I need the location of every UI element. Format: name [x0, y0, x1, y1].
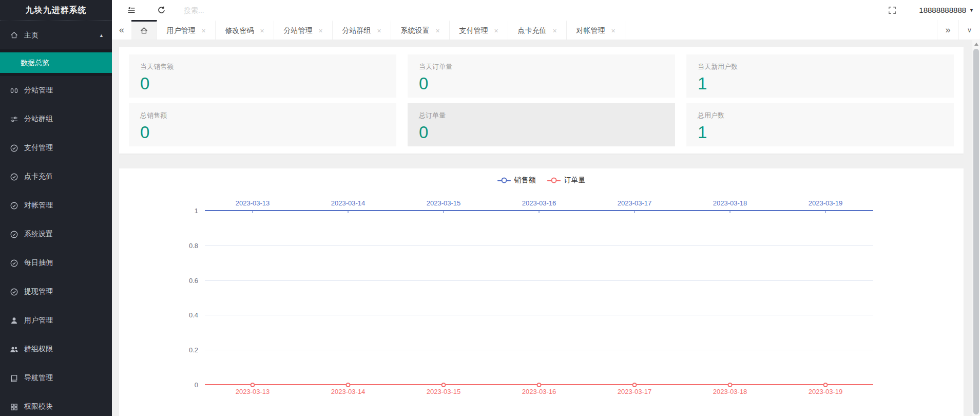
sales-orders-chart: 销售额订单量 00.20.40.60.812023-03-132023-03-1…: [119, 168, 964, 416]
x-axis-top-label: 2023-03-19: [809, 199, 843, 207]
refresh-icon[interactable]: [156, 5, 166, 15]
sidebar-item-daily-commission[interactable]: 每日抽佣: [0, 249, 112, 277]
user-phone: 18888888888: [919, 6, 966, 14]
content-area: 当天销售额 0 当天订单量 0 当天新用户数 1 总销售额 0 总订单量 0: [112, 40, 980, 416]
stat-card-today-new-users: 当天新用户数 1: [686, 54, 954, 98]
sidebar-item-substation-management[interactable]: 分站管理: [0, 76, 112, 105]
tab-payment-management[interactable]: 支付管理×: [450, 20, 508, 40]
chart-gridline: [205, 350, 873, 350]
data-point: [346, 383, 351, 387]
data-point: [441, 383, 446, 387]
sidebar-item-label: 主页: [24, 31, 39, 40]
close-icon[interactable]: ×: [377, 27, 381, 34]
data-point: [823, 383, 828, 387]
search-input[interactable]: [183, 6, 298, 15]
x-axis-tick: [253, 211, 253, 213]
tab-card-recharge[interactable]: 点卡充值×: [508, 20, 567, 40]
sidebar-item-substation-groups[interactable]: 分站群组: [0, 105, 112, 134]
fullscreen-icon[interactable]: [887, 5, 897, 15]
close-icon[interactable]: ×: [260, 27, 264, 34]
legend-label: 订单量: [564, 176, 586, 185]
stat-card-total-sales: 总销售额 0: [129, 103, 396, 146]
shield-check-icon: [9, 172, 18, 181]
sidebar-item-system-settings[interactable]: 系统设置: [0, 220, 112, 249]
y-axis-tick-label: 0.6: [189, 276, 198, 284]
x-axis-top-label: 2023-03-15: [427, 199, 461, 207]
x-axis-tick: [635, 211, 635, 213]
home-icon: [140, 26, 148, 35]
user-icon: [9, 316, 18, 325]
x-axis-tick: [348, 211, 349, 213]
users-icon: [9, 345, 18, 354]
user-menu[interactable]: 18888888888 ▼: [919, 6, 974, 14]
tab-system-settings[interactable]: 系统设置×: [391, 20, 450, 40]
x-axis-bottom-label: 2023-03-16: [522, 388, 556, 395]
chart-plot: 00.20.40.60.812023-03-132023-03-132023-0…: [205, 211, 873, 385]
sidebar-item-home[interactable]: 主页 ▲: [0, 21, 112, 49]
stats-panel: 当天销售额 0 当天订单量 0 当天新用户数 1 总销售额 0 总订单量 0: [119, 47, 964, 154]
sidebar-item-user-management[interactable]: 用户管理: [0, 306, 112, 335]
stat-card-today-orders: 当天订单量 0: [408, 54, 675, 98]
x-axis-top-label: 2023-03-18: [713, 199, 747, 207]
grid-icon: [9, 402, 18, 411]
tabs-scroll-right-icon[interactable]: »: [937, 20, 958, 40]
close-icon[interactable]: ×: [494, 27, 498, 34]
sidebar-item-reconciliation[interactable]: 对帐管理: [0, 191, 112, 220]
caret-down-icon: ▼: [969, 8, 974, 13]
sidebar-item-card-recharge[interactable]: 点卡充值: [0, 162, 112, 191]
y-axis-tick-label: 0.8: [189, 241, 198, 249]
tab-reconciliation[interactable]: 对帐管理×: [567, 20, 625, 40]
tab-home[interactable]: [131, 20, 157, 40]
sidebar-item-withdrawal-management[interactable]: 提现管理: [0, 277, 112, 306]
collapse-sidebar-icon[interactable]: [126, 5, 137, 15]
home-icon: [9, 31, 18, 40]
tab-change-password[interactable]: 修改密码×: [216, 20, 274, 40]
close-icon[interactable]: ×: [435, 27, 439, 34]
x-axis-tick: [444, 211, 444, 213]
close-icon[interactable]: ×: [552, 27, 556, 34]
x-axis-bottom-label: 2023-03-17: [618, 388, 652, 395]
scroll-up-arrow-icon[interactable]: [974, 43, 978, 46]
caret-up-icon: ▲: [99, 33, 104, 38]
scrollbar-thumb[interactable]: [973, 49, 979, 414]
chart-gridline: [205, 315, 873, 315]
top-header: 18888888888 ▼: [112, 0, 980, 20]
sidebar-item-navigation-management[interactable]: 导航管理: [0, 364, 112, 392]
legend-marker-icon: [547, 180, 561, 181]
x-axis-tick: [730, 211, 731, 213]
vertical-scrollbar[interactable]: [972, 40, 980, 416]
x-axis-top-label: 2023-03-16: [522, 199, 556, 207]
x-axis-tick: [825, 211, 825, 213]
tab-users[interactable]: 用户管理×: [157, 20, 216, 40]
stat-value: 0: [419, 123, 664, 142]
tabs-scroll-left-icon[interactable]: «: [112, 20, 131, 40]
tabs-menu-icon[interactable]: ∨: [958, 20, 980, 40]
stat-card-today-sales: 当天销售额 0: [129, 54, 396, 98]
legend-label: 销售额: [514, 176, 536, 185]
tab-substation-groups[interactable]: 分站群组×: [333, 20, 391, 40]
data-point: [632, 383, 637, 387]
sidebar-item-data-overview[interactable]: 数据总览: [0, 52, 112, 73]
legend-item-订单量[interactable]: 订单量: [547, 176, 586, 185]
shield-check-icon: [9, 143, 18, 153]
sidebar-item-payment-management[interactable]: 支付管理: [0, 134, 112, 162]
close-icon[interactable]: ×: [201, 27, 205, 34]
close-icon[interactable]: ×: [611, 27, 615, 34]
legend-item-销售额[interactable]: 销售额: [497, 176, 536, 185]
stat-value: 0: [419, 74, 664, 93]
close-icon[interactable]: ×: [318, 27, 322, 34]
sidebar-item-group-permissions[interactable]: 群组权限: [0, 335, 112, 364]
y-axis-tick-label: 1: [195, 207, 198, 215]
x-axis-top-label: 2023-03-14: [331, 199, 366, 207]
y-axis-tick-label: 0.2: [189, 346, 198, 354]
search-box: [183, 6, 298, 15]
chart-gridline: [205, 245, 873, 246]
shield-check-icon: [9, 201, 18, 210]
sidebar: 九块九进群系统 主页 ▲ 数据总览 分站管理 分站群组 支付管理 点卡充值: [0, 0, 112, 416]
y-axis-tick-label: 0: [195, 381, 198, 389]
data-point: [251, 383, 255, 387]
tab-substation-management[interactable]: 分站管理×: [274, 20, 333, 40]
sidebar-item-permission-modules[interactable]: 权限模块: [0, 392, 112, 416]
x-axis-bottom-label: 2023-03-14: [331, 388, 366, 395]
data-point: [537, 383, 542, 387]
